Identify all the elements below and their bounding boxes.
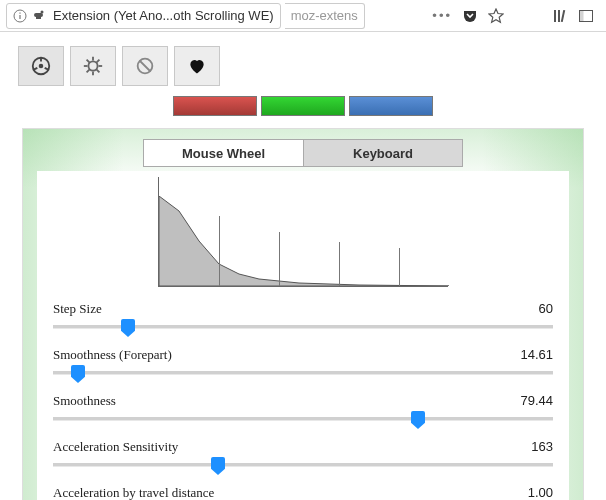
- svg-point-10: [39, 64, 44, 69]
- slider-track[interactable]: [53, 417, 553, 421]
- slider-list: Step Size60Smoothness (Forepart)14.61Smo…: [53, 295, 553, 500]
- svg-line-17: [97, 70, 100, 73]
- slider-row: Smoothness (Forepart)14.61: [53, 341, 553, 387]
- slider-track[interactable]: [53, 325, 553, 329]
- page-title: Extension (Yet Ano...oth Scrolling WE): [53, 8, 274, 23]
- slider-thumb[interactable]: [211, 457, 225, 475]
- star-icon[interactable]: [488, 8, 504, 24]
- settings-panel: Mouse Wheel Keyboard Step Size60Smoothne…: [22, 128, 584, 500]
- preset-green[interactable]: [261, 96, 345, 116]
- tab-keyboard[interactable]: Keyboard: [303, 139, 463, 167]
- svg-rect-5: [558, 10, 560, 22]
- slider-label: Smoothness: [53, 393, 116, 409]
- mode-toolbar: [0, 32, 606, 94]
- more-icon[interactable]: •••: [432, 8, 452, 23]
- svg-rect-1: [19, 15, 20, 19]
- response-curve-chart: [158, 177, 448, 287]
- sidebar-icon[interactable]: [578, 8, 594, 24]
- svg-line-21: [140, 61, 151, 72]
- slider-row: Acceleration Sensitivity163: [53, 433, 553, 479]
- svg-rect-8: [580, 10, 584, 21]
- slider-row: Smoothness79.44: [53, 387, 553, 433]
- info-icon: [13, 9, 27, 23]
- chart-tick: [279, 232, 280, 286]
- slider-label: Smoothness (Forepart): [53, 347, 172, 363]
- slider-row: Acceleration by travel distance1.00: [53, 479, 553, 500]
- slider-value: 60: [539, 301, 553, 317]
- slider-value: 1.00: [528, 485, 553, 500]
- chart-tick: [219, 216, 220, 286]
- preset-blue[interactable]: [349, 96, 433, 116]
- slider-value: 14.61: [520, 347, 553, 363]
- wheel-mode-button[interactable]: [18, 46, 64, 86]
- slider-label: Acceleration by travel distance: [53, 485, 214, 500]
- settings-tabs: Mouse Wheel Keyboard: [37, 139, 569, 167]
- heart-mode-button[interactable]: [174, 46, 220, 86]
- preset-red[interactable]: [173, 96, 257, 116]
- extension-icon: [33, 9, 47, 23]
- url-scheme: moz-extens: [285, 3, 365, 29]
- slider-row: Step Size60: [53, 295, 553, 341]
- slider-thumb[interactable]: [71, 365, 85, 383]
- chart-tick: [399, 248, 400, 286]
- settings-inner: Step Size60Smoothness (Forepart)14.61Smo…: [37, 171, 569, 500]
- chart-tick: [339, 242, 340, 286]
- svg-point-3: [41, 10, 44, 13]
- addr-box[interactable]: Extension (Yet Ano...oth Scrolling WE): [6, 3, 281, 29]
- browser-address-bar: Extension (Yet Ano...oth Scrolling WE) m…: [0, 0, 606, 32]
- forbidden-mode-button[interactable]: [122, 46, 168, 86]
- preset-bars: [0, 94, 606, 124]
- tab-mouse-wheel[interactable]: Mouse Wheel: [143, 139, 303, 167]
- slider-thumb[interactable]: [411, 411, 425, 429]
- library-icon[interactable]: [552, 8, 568, 24]
- gear-mode-button[interactable]: [70, 46, 116, 86]
- svg-line-16: [87, 60, 90, 63]
- slider-thumb[interactable]: [121, 319, 135, 337]
- svg-rect-4: [554, 10, 556, 22]
- svg-rect-6: [561, 9, 565, 21]
- svg-point-11: [88, 61, 97, 70]
- slider-value: 163: [531, 439, 553, 455]
- svg-rect-2: [19, 12, 20, 13]
- slider-label: Step Size: [53, 301, 102, 317]
- svg-line-18: [87, 70, 90, 73]
- slider-track[interactable]: [53, 371, 553, 375]
- slider-track[interactable]: [53, 463, 553, 467]
- slider-value: 79.44: [520, 393, 553, 409]
- svg-line-19: [97, 60, 100, 63]
- slider-label: Acceleration Sensitivity: [53, 439, 178, 455]
- pocket-icon[interactable]: [462, 8, 478, 24]
